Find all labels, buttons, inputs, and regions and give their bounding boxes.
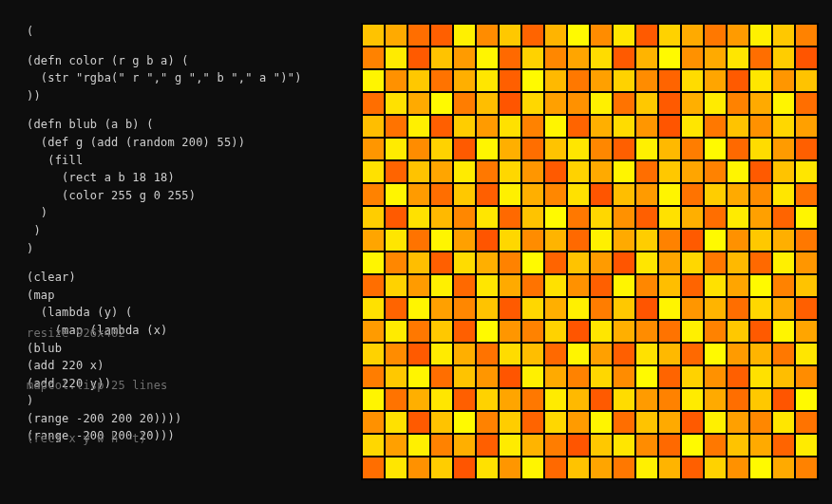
- heatmap-cell: [659, 93, 680, 114]
- heatmap-cell: [477, 275, 498, 296]
- heatmap-cell: [796, 116, 817, 137]
- heatmap-cell: [728, 184, 748, 205]
- code-line[interactable]: (defn color (r g b a) (: [27, 52, 350, 70]
- heatmap-cell: [796, 47, 817, 68]
- heatmap-cell: [728, 275, 748, 296]
- heatmap-cell: [568, 25, 589, 46]
- heatmap-cell: [705, 366, 726, 387]
- heatmap-cell: [614, 298, 634, 319]
- heatmap-cell: [363, 70, 384, 91]
- code-line[interactable]: (: [27, 23, 350, 41]
- heatmap-cell: [659, 116, 680, 137]
- heatmap-cell: [682, 252, 703, 273]
- heatmap-cell: [408, 321, 429, 342]
- code-line[interactable]: ): [27, 222, 350, 240]
- heatmap-cell: [568, 389, 589, 410]
- heatmap-cell: [750, 25, 771, 46]
- heatmap-cell: [682, 116, 703, 137]
- heatmap-cell: [750, 116, 771, 137]
- heatmap-cell: [659, 252, 680, 273]
- heatmap-cell: [636, 275, 657, 296]
- heatmap-cell: [386, 321, 407, 342]
- heatmap-cell: [522, 344, 543, 364]
- heatmap-cell: [750, 321, 771, 342]
- heatmap-cell: [728, 252, 748, 273]
- code-line[interactable]: [27, 104, 350, 116]
- heatmap-cell: [591, 412, 612, 433]
- code-line[interactable]: (str "rgba(" r "," g "," b "," a ")"): [27, 69, 350, 87]
- heatmap-cell: [431, 321, 452, 342]
- heatmap-cell: [568, 70, 589, 91]
- heatmap-cell: [591, 207, 612, 228]
- heatmap-cell: [705, 161, 726, 182]
- heatmap-cell: [728, 161, 748, 182]
- heatmap-cell: [363, 116, 384, 137]
- heatmap-cell: [454, 116, 475, 137]
- heatmap-cell: [454, 321, 475, 342]
- heatmap-cell: [454, 47, 475, 68]
- code-line[interactable]: [27, 257, 350, 269]
- heatmap-cell: [750, 47, 771, 68]
- heatmap-cell: [796, 230, 817, 251]
- heatmap-cell: [705, 116, 726, 137]
- heatmap-cell: [408, 298, 429, 319]
- code-line[interactable]: (defn blub (a b) (: [27, 116, 350, 134]
- heatmap-cell: [659, 184, 680, 205]
- heatmap-cell: [682, 389, 703, 410]
- heatmap-cell: [363, 435, 384, 456]
- heatmap-cell: [705, 139, 726, 159]
- code-line[interactable]: ): [27, 240, 350, 258]
- heatmap-cell: [705, 184, 726, 205]
- heatmap-cell: [522, 93, 543, 114]
- heatmap-cell: [386, 366, 407, 387]
- code-line[interactable]: ): [27, 204, 350, 222]
- heatmap-cell: [408, 25, 429, 46]
- heatmap-cell: [408, 70, 429, 91]
- heatmap-cell: [728, 457, 748, 478]
- heatmap-cell: [659, 412, 680, 433]
- code-line[interactable]: (rect a b 18 18): [27, 169, 350, 187]
- heatmap-cell: [568, 139, 589, 159]
- heatmap-cell: [386, 230, 407, 251]
- code-line[interactable]: [27, 41, 350, 52]
- code-line[interactable]: (clear): [27, 269, 350, 287]
- heatmap-cell: [408, 252, 429, 273]
- heatmap-cell: [591, 184, 612, 205]
- heatmap-cell: [591, 230, 612, 251]
- heatmap-cell: [728, 435, 748, 456]
- heatmap-cell: [545, 389, 566, 410]
- heatmap-cell: [796, 435, 817, 456]
- heatmap-cell: [431, 184, 452, 205]
- heatmap-cell: [386, 70, 407, 91]
- code-line[interactable]: (color 255 g 0 255): [27, 187, 350, 205]
- heatmap-cell: [682, 184, 703, 205]
- heatmap-cell: [408, 344, 429, 364]
- heatmap-cell: [454, 25, 475, 46]
- heatmap-cell: [750, 93, 771, 114]
- heatmap-cell: [728, 116, 748, 137]
- heatmap-cell: [386, 344, 407, 364]
- heatmap-cell: [500, 230, 520, 251]
- code-line[interactable]: (def g (add (random 200) 55)): [27, 134, 350, 152]
- heatmap-cell: [454, 252, 475, 273]
- heatmap-cell: [682, 366, 703, 387]
- code-line[interactable]: (fill: [27, 152, 350, 170]
- heatmap-cell: [500, 298, 520, 319]
- heatmap-cell: [796, 298, 817, 319]
- heatmap-cell: [386, 93, 407, 114]
- heatmap-cell: [545, 70, 566, 91]
- heatmap-cell: [545, 93, 566, 114]
- heatmap-cell: [728, 389, 748, 410]
- heatmap-cell: [614, 275, 634, 296]
- heatmap-cell: [659, 435, 680, 456]
- heatmap-cell: [728, 25, 748, 46]
- heatmap-cell: [386, 116, 407, 137]
- heatmap-cell: [773, 275, 794, 296]
- heatmap-cell: [705, 70, 726, 91]
- heatmap-cell: [500, 139, 520, 159]
- heatmap-cell: [363, 25, 384, 46]
- code-line[interactable]: )): [27, 87, 350, 105]
- heatmap-cell: [477, 207, 498, 228]
- heatmap-cell: [636, 184, 657, 205]
- heatmap-cell: [408, 161, 429, 182]
